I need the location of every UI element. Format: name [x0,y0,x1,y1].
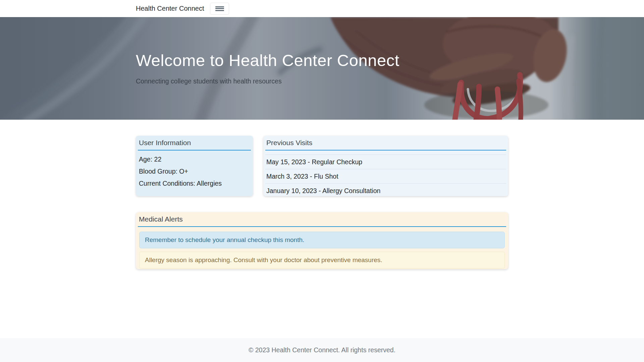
navbar-container: Health Center Connect [136,3,508,15]
medical-alerts-card: Medical Alerts Remember to schedule your… [136,212,508,269]
previous-visits-card: Previous Visits May 15, 2023 - Regular C… [263,136,508,196]
alert-warning: Allergy season is approaching. Consult w… [139,252,505,268]
alert-info: Remember to schedule your annual checkup… [139,232,505,248]
hero-section: Welcome to Health Center Connect Connect… [0,17,644,120]
navbar: Health Center Connect [0,0,644,17]
hamburger-icon [215,5,224,12]
visit-list-item: May 15, 2023 - Regular Checkup [265,155,506,169]
medical-alerts-title: Medical Alerts [138,215,506,227]
brand-link[interactable]: Health Center Connect [136,5,204,12]
hero-content: Welcome to Health Center Connect Connect… [136,17,508,120]
cards-row: User Information Age: 22 Blood Group: O+… [136,136,508,196]
navbar-toggler-button[interactable] [210,3,229,15]
visit-list-item: January 10, 2023 - Allergy Consultation [265,183,506,198]
copyright-text: © 2023 Health Center Connect. All rights… [249,346,395,354]
visit-list-item: March 3, 2023 - Flu Shot [265,169,506,183]
hero-title: Welcome to Health Center Connect [136,52,508,70]
user-conditions-row: Current Conditions: Allergies [138,180,251,187]
user-information-title: User Information [138,138,251,150]
user-blood-group-row: Blood Group: O+ [138,168,251,175]
previous-visits-title: Previous Visits [265,138,506,150]
user-age-row: Age: 22 [138,156,251,163]
visits-list: May 15, 2023 - Regular Checkup March 3, … [265,155,506,198]
user-information-card: User Information Age: 22 Blood Group: O+… [136,136,253,196]
main-content: User Information Age: 22 Blood Group: O+… [136,136,508,269]
footer: © 2023 Health Center Connect. All rights… [0,338,644,362]
hero-subtitle: Connecting college students with health … [136,77,508,85]
